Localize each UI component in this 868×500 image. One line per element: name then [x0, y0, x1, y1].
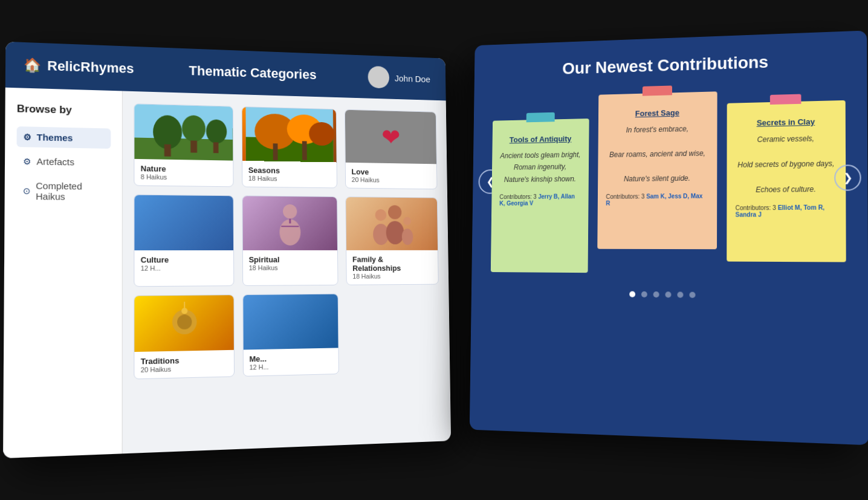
secrets-poem: Ceramic vessels, Hold secrets of bygone … — [736, 132, 837, 196]
sidebar-item-themes[interactable]: ⚙ Themes — [17, 126, 111, 149]
sidebar: Browse by ⚙ Themes ⚙ Artefacts ⊙ Complet… — [3, 88, 123, 458]
card-info-traditions: Traditions 20 Haikus — [134, 350, 233, 379]
note-card-secrets[interactable]: Secrets in Clay Ceramic vessels, Hold se… — [727, 100, 846, 262]
card-subtitle-family: 18 Haikus — [352, 272, 432, 279]
logo-icon: 🏠 — [24, 57, 41, 74]
svg-point-24 — [402, 229, 413, 245]
left-panel: 🏠 RelicRhymes Thematic Categories John D… — [3, 42, 451, 458]
next-arrow-button[interactable]: ❯ — [834, 164, 861, 191]
tools-title: Tools of Antiquity — [500, 134, 581, 144]
svg-point-22 — [386, 221, 404, 244]
note-card-forest[interactable]: Forest Sage In forest's embrace, Bear ro… — [597, 91, 717, 249]
card-info-love: Love 20 Haikus — [346, 163, 437, 189]
card-subtitle-seasons: 18 Haikus — [248, 175, 331, 183]
dot-5[interactable] — [677, 291, 683, 297]
left-content: Browse by ⚙ Themes ⚙ Artefacts ⊙ Complet… — [3, 88, 451, 458]
seasons-img — [242, 107, 337, 162]
card-traditions[interactable]: Traditions 20 Haikus — [134, 294, 234, 379]
card-title-family: Family & Relationships — [352, 255, 432, 273]
dot-4[interactable] — [665, 291, 671, 297]
secrets-contrib-count: 3 — [772, 204, 776, 211]
card-spiritual[interactable]: Spiritual 18 Haikus — [242, 195, 338, 286]
avatar — [368, 66, 389, 89]
note-card-tools[interactable]: Tools of Antiquity Ancient tools gleam b… — [491, 119, 589, 273]
heart-icon: ❤ — [381, 123, 401, 151]
svg-rect-3 — [164, 144, 171, 157]
user-area: John Doe — [368, 66, 430, 90]
card-love[interactable]: ❤ Love 20 Haikus — [345, 109, 437, 190]
secrets-contributors: Contributors: 3 Elliot M, Tom R, Sandra … — [736, 204, 837, 218]
right-panel-title: Our Newest Contributions — [491, 50, 847, 80]
scene: 🏠 RelicRhymes Thematic Categories John D… — [0, 0, 868, 500]
tools-contrib-count: 3 — [533, 193, 536, 200]
forest-contrib-count: 3 — [641, 193, 645, 200]
card-info-family: Family & Relationships 18 Haikus — [346, 250, 438, 285]
sidebar-item-completed[interactable]: ⊙ Completed Haikus — [16, 175, 111, 207]
card-subtitle-traditions: 20 Haikus — [141, 364, 228, 374]
card-subtitle-spiritual: 18 Haikus — [249, 264, 332, 271]
svg-point-16 — [283, 204, 297, 219]
secrets-line3: Echoes of culture. — [756, 184, 816, 193]
card-seasons[interactable]: Seasons 18 Haikus — [241, 106, 337, 188]
card-family[interactable]: Family & Relationships 18 Haikus — [346, 196, 439, 285]
browse-by-label: Browse by — [17, 103, 111, 117]
card-title-culture: Culture — [141, 255, 227, 264]
dot-3[interactable] — [653, 291, 659, 297]
themes-label: Themes — [37, 132, 73, 143]
dot-1[interactable] — [629, 291, 635, 297]
card-culture[interactable]: Culture 12 H... — [134, 195, 234, 287]
spiritual-img — [242, 196, 337, 250]
tools-tab — [526, 112, 555, 123]
card-title-spiritual: Spiritual — [248, 255, 332, 264]
cards-carousel: ❮ Tools of Antiquity Ancient tools gleam… — [471, 81, 868, 274]
card-info-me: Me... 12 H... — [243, 348, 338, 375]
card-info-seasons: Seasons 18 Haikus — [242, 161, 337, 187]
card-subtitle-nature: 8 Haikus — [141, 173, 227, 181]
forest-line3: Nature's silent guide. — [624, 174, 690, 183]
love-img: ❤ — [345, 110, 436, 164]
forest-contributors: Contributors: 3 Sam K, Jess D, Max R — [606, 193, 708, 207]
tools-poem: Ancient tools gleam bright, Roman ingenu… — [500, 149, 581, 186]
artefacts-icon: ⚙ — [23, 156, 31, 166]
card-subtitle-culture: 12 H... — [141, 264, 227, 272]
card-info-nature: Nature 8 Haikus — [134, 159, 233, 186]
grid-container: Nature 8 Haikus — [134, 103, 440, 379]
me-img — [243, 294, 338, 350]
dot-6[interactable] — [689, 292, 695, 298]
card-info-spiritual: Spiritual 18 Haikus — [243, 250, 338, 276]
secrets-line1: Ceramic vessels, — [757, 134, 814, 144]
svg-point-20 — [388, 205, 402, 219]
svg-rect-5 — [190, 140, 197, 152]
svg-rect-7 — [213, 142, 219, 153]
logo-area: 🏠 RelicRhymes — [24, 57, 134, 77]
completed-icon: ⊙ — [23, 186, 31, 196]
family-img — [346, 197, 438, 250]
main-grid: Nature 8 Haikus — [123, 91, 452, 456]
culture-img — [134, 195, 233, 250]
completed-label: Completed Haikus — [36, 180, 105, 202]
themes-icon: ⚙ — [23, 132, 31, 142]
card-info-culture: Culture 12 H... — [134, 250, 233, 277]
card-me[interactable]: Me... 12 H... — [242, 294, 339, 377]
secrets-line2: Hold secrets of bygone days, — [737, 159, 834, 169]
card-subtitle-me: 12 H... — [249, 362, 332, 371]
tools-line1: Ancient tools gleam bright, — [500, 151, 580, 160]
svg-point-19 — [375, 209, 387, 221]
carousel-dots — [471, 290, 868, 300]
traditions-img — [134, 295, 233, 352]
user-name: John Doe — [395, 73, 430, 84]
forest-tab — [643, 86, 672, 96]
forest-poem: In forest's embrace, Bear roams, ancient… — [606, 122, 709, 185]
svg-rect-13 — [273, 143, 277, 160]
artefacts-label: Artefacts — [36, 156, 74, 167]
dot-2[interactable] — [641, 291, 647, 297]
card-subtitle-love: 20 Haikus — [352, 176, 432, 184]
card-nature[interactable]: Nature 8 Haikus — [134, 103, 233, 187]
tools-contributors: Contributors: 3 Jerry B, Allan K, Georgi… — [499, 193, 580, 207]
secrets-tab — [770, 94, 802, 105]
sidebar-item-artefacts[interactable]: ⚙ Artefacts — [16, 151, 111, 172]
tools-line2: Roman ingenuity, — [514, 163, 566, 172]
secrets-title: Secrets in Clay — [736, 117, 837, 128]
tools-line3: Nature's kinship shown. — [504, 175, 576, 184]
right-panel: Our Newest Contributions ❮ Tools of Anti… — [470, 30, 868, 445]
